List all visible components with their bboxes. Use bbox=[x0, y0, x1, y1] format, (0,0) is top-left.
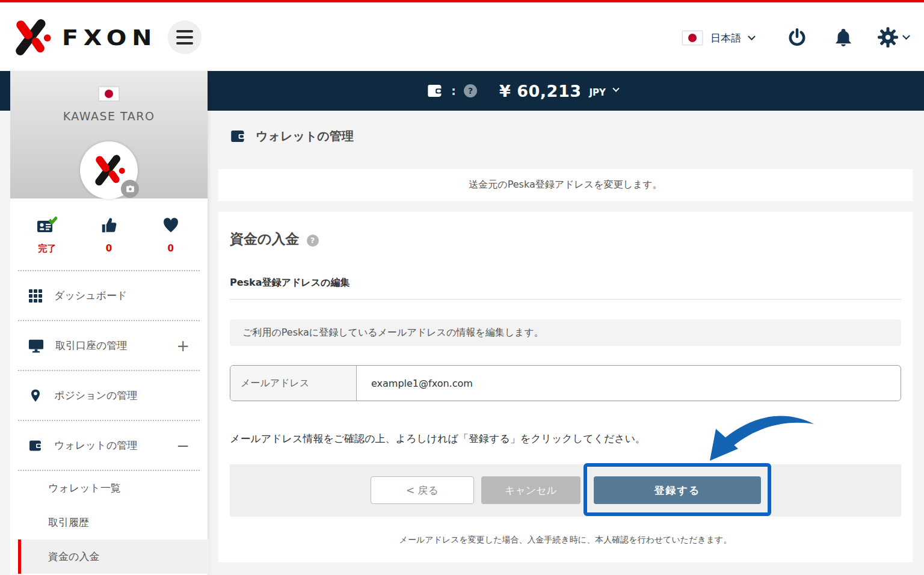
help-icon[interactable]: ? bbox=[307, 235, 319, 247]
sidebar-item-label: ウォレットの管理 bbox=[54, 438, 137, 452]
verification-status[interactable]: 完了 bbox=[16, 217, 78, 254]
thumbs-up-icon bbox=[100, 217, 118, 235]
sidebar-subitem-transaction-history[interactable]: 取引履歴 bbox=[10, 505, 208, 540]
favorites-count: 0 bbox=[140, 243, 202, 254]
likes-count: 0 bbox=[78, 243, 140, 254]
back-button[interactable]: < 戻る bbox=[371, 476, 474, 504]
chevron-down-icon bbox=[902, 32, 910, 40]
sidebar-subitem-label: 資金の入金 bbox=[48, 550, 99, 564]
wallet-icon bbox=[427, 82, 443, 99]
sidebar-item-positions[interactable]: ポジションの管理 bbox=[10, 371, 208, 420]
wallet-balance[interactable]: : ? ¥ 60,213 JPY bbox=[164, 71, 881, 111]
logo-wordmark: FXON bbox=[62, 25, 157, 50]
sidebar-item-dashboard[interactable]: ダッシュボード bbox=[10, 271, 208, 320]
sidebar-subitem-label: 取引履歴 bbox=[48, 515, 89, 529]
hamburger-bar bbox=[176, 42, 193, 45]
sidebar-item-label: ポジションの管理 bbox=[54, 389, 137, 402]
sidebar-item-trading-accounts[interactable]: 取引口座の管理 + bbox=[10, 321, 208, 370]
page-title-row: ウォレットの管理 bbox=[230, 128, 354, 144]
likes-stat[interactable]: 0 bbox=[78, 217, 140, 254]
sidebar-item-label: 取引口座の管理 bbox=[55, 339, 127, 352]
active-indicator bbox=[18, 540, 21, 574]
email-field-label: メールアドレス bbox=[230, 366, 357, 401]
email-field[interactable]: example1@fxon.com bbox=[357, 366, 901, 401]
wallet-icon bbox=[28, 438, 43, 453]
expand-plus-icon[interactable]: + bbox=[176, 337, 189, 355]
fxon-logo[interactable]: FXON bbox=[10, 19, 149, 55]
heart-icon bbox=[162, 217, 180, 235]
notifications-bell-button[interactable] bbox=[833, 26, 854, 51]
notice-card: 送金元のPeska登録アドレスを変更します。 bbox=[218, 169, 913, 201]
chevron-down-icon bbox=[748, 32, 756, 40]
wallet-icon bbox=[230, 128, 246, 144]
balance-amount: ¥ 60,213 bbox=[499, 82, 581, 100]
user-country-flag-icon bbox=[99, 87, 119, 101]
hamburger-bar bbox=[176, 36, 193, 38]
sidebar-item-label: ダッシュボード bbox=[54, 289, 127, 303]
language-selector[interactable]: 日本語 bbox=[682, 29, 754, 47]
language-label: 日本語 bbox=[710, 31, 741, 45]
avatar-logo-icon bbox=[91, 155, 126, 186]
hamburger-menu-button[interactable] bbox=[168, 20, 202, 54]
change-photo-button[interactable] bbox=[121, 180, 139, 198]
id-card-check-icon bbox=[37, 217, 57, 235]
description-text: ご利用のPeskaに登録しているメールアドレスの情報を編集します。 bbox=[242, 327, 544, 339]
gear-icon bbox=[877, 26, 899, 48]
help-icon[interactable]: ? bbox=[464, 84, 477, 97]
favorites-stat[interactable]: 0 bbox=[140, 217, 202, 254]
sidebar-subitem-wallet-list[interactable]: ウォレット一覧 bbox=[10, 471, 208, 505]
dashboard-grid-icon bbox=[28, 289, 43, 303]
section-title: 資金の入金 bbox=[230, 230, 300, 248]
collapse-minus-icon[interactable]: − bbox=[176, 437, 189, 455]
description-box: ご利用のPeskaに登録しているメールアドレスの情報を編集します。 bbox=[230, 319, 901, 346]
avatar[interactable] bbox=[80, 141, 138, 199]
footer-note: メールアドレスを変更した場合、入金手続き時に、本人確認を行わせていただきます。 bbox=[218, 535, 913, 546]
sidebar-subitem-deposit-funds[interactable]: 資金の入金 bbox=[18, 540, 210, 574]
subsection-title: Peska登録アドレスの編集 bbox=[230, 277, 350, 289]
cancel-button[interactable]: キャンセル bbox=[481, 476, 581, 504]
logout-power-button[interactable] bbox=[787, 27, 807, 50]
divider bbox=[230, 299, 901, 300]
deposit-card: 資金の入金 ? Peska登録アドレスの編集 ご利用のPeskaに登録しているメ… bbox=[218, 212, 913, 562]
monitor-icon bbox=[28, 339, 44, 353]
map-pin-icon bbox=[28, 389, 43, 403]
verification-label: 完了 bbox=[16, 243, 78, 254]
sidebar-subitem-label: ウォレット一覧 bbox=[48, 481, 121, 495]
page-title: ウォレットの管理 bbox=[256, 128, 354, 144]
balance-separator: : bbox=[451, 84, 456, 98]
email-field-row: メールアドレス example1@fxon.com bbox=[230, 365, 901, 401]
section-title-row: 資金の入金 ? bbox=[230, 230, 319, 248]
user-stats: 完了 0 0 bbox=[10, 217, 208, 254]
submit-button[interactable]: 登録する bbox=[594, 476, 761, 504]
chevron-down-icon[interactable] bbox=[612, 85, 619, 92]
sidebar-item-wallets[interactable]: ウォレットの管理 − bbox=[10, 421, 208, 470]
hamburger-bar bbox=[176, 30, 193, 32]
settings-gear-button[interactable] bbox=[877, 26, 909, 48]
confirm-instruction: メールアドレス情報をご確認の上、よろしければ「登録する」をクリックしてください。 bbox=[230, 432, 645, 446]
japan-flag-icon bbox=[682, 31, 703, 45]
camera-icon bbox=[125, 184, 135, 194]
balance-currency: JPY bbox=[589, 87, 605, 98]
notice-text: 送金元のPeska登録アドレスを変更します。 bbox=[469, 179, 662, 191]
fxon-logo-icon bbox=[10, 19, 54, 55]
header: FXON 日本語 bbox=[0, 2, 924, 71]
user-name: KAWASE TARO bbox=[10, 109, 208, 123]
sidebar: KAWASE TARO bbox=[10, 71, 208, 575]
user-panel: KAWASE TARO bbox=[10, 71, 208, 198]
